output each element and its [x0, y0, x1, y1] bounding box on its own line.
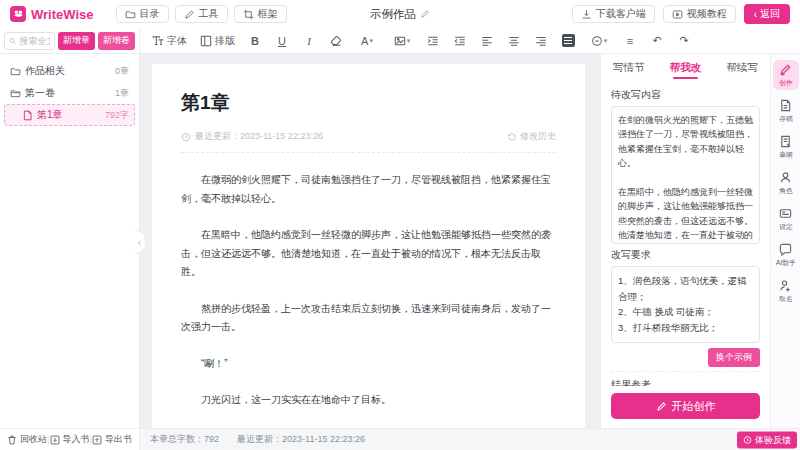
align-center-icon — [508, 35, 520, 47]
chat-bubble-icon — [779, 243, 792, 256]
sidebar-item-chapter1[interactable]: 第1章 792字 — [4, 104, 135, 126]
bottom-bar: 回收站 导入书 导出书 本章总字数：792 最近更新：2023-11-15 22… — [0, 428, 800, 450]
last-updated: 最近更新：2023-11-15 22:23:26 — [237, 433, 365, 446]
start-button-wrap: 开始创作 — [601, 386, 770, 428]
folder-icon — [10, 66, 21, 77]
requirement-line: 3、打斗桥段华丽无比； — [618, 320, 753, 336]
total-word-count: 本章总字数：792 — [150, 433, 219, 446]
person-tag-icon — [779, 279, 792, 292]
line-spacing-button[interactable]: ≡ — [623, 33, 637, 49]
add-volume-button[interactable]: 新增卷 — [98, 32, 135, 50]
sidebar-toolbar: 新增章 新增卷 — [0, 28, 140, 53]
editor-page[interactable]: 第1章 最近更新：2023-11-15 22:23:26 修改历史 在微弱的剑火… — [152, 64, 585, 428]
dock-item-create[interactable]: 创作 — [773, 60, 799, 90]
recycle-bin-button[interactable]: 回收站 — [7, 433, 47, 446]
bold-button[interactable]: B — [248, 33, 262, 49]
export-book-button[interactable]: 导出书 — [92, 433, 132, 446]
dock-item-characters[interactable]: 角色 — [773, 168, 799, 198]
indent-increase-button[interactable] — [426, 33, 440, 49]
paragraph[interactable]: 刀光闪过，这一刀实实在在地命中了目标。 — [181, 391, 556, 410]
header-actions: 下载客户端 视频教程 ‹ 返回 — [572, 4, 790, 24]
search-box[interactable] — [4, 32, 55, 50]
video-tutorial-button[interactable]: 视频教程 — [663, 5, 736, 23]
feedback-button[interactable]: 体验反馈 — [737, 431, 797, 448]
start-writing-button[interactable]: 开始创作 — [611, 393, 760, 419]
change-example-button[interactable]: 换个示例 — [708, 348, 760, 367]
insert-image-button[interactable]: ▾ — [391, 33, 413, 49]
redo-button[interactable]: ↷ — [677, 33, 691, 49]
dock-item-drafts[interactable]: 存稿 — [773, 96, 799, 126]
sidebar-item-volume1[interactable]: 第一卷 1章 — [4, 82, 135, 104]
rewrite-requirements-input[interactable]: 1、润色段落，语句优美，逻辑合理； 2、午德 换成 司徒南； 3、打斗桥段华丽无… — [611, 266, 760, 343]
undo-button[interactable]: ↶ — [650, 33, 664, 49]
rewrite-content-input[interactable]: 在剑的微弱火光的照耀下，五德勉强挡住了一刀，尽管视线被阻挡，他紧紧握住宝剑，毫不… — [611, 106, 760, 244]
back-chevron-icon: ‹ — [754, 9, 757, 20]
underline-button[interactable]: U — [275, 33, 289, 49]
pen-icon — [184, 9, 195, 20]
editor-area: 第1章 最近更新：2023-11-15 22:23:26 修改历史 在微弱的剑火… — [140, 54, 600, 428]
editor-toolbar: 新增章 新增卷 字体 排版 B U I A▾ ▾ — [0, 28, 800, 54]
align-center-button[interactable] — [507, 33, 521, 49]
feature-dock: 创作 存稿 章纲 角色 设定 AI助手 — [770, 54, 800, 428]
symbol-dropdown-button[interactable]: ▾ — [588, 33, 610, 49]
clear-format-button[interactable] — [329, 33, 343, 49]
pen-icon — [656, 401, 667, 412]
chapter-sidebar: 作品相关 0章 第一卷 1章 第1章 792字 — [0, 54, 140, 428]
writewise-app: WriteWise 目录 工具 框架 示例作品 下载客户端 视频教程 — [0, 0, 800, 450]
font-menu[interactable]: 字体 — [152, 34, 187, 48]
image-icon — [394, 35, 406, 47]
paragraph[interactable]: 司徒南的背后被刀光划过，一道气浪炸，背上留下了一道鲜血淋漓的伤口。 — [181, 428, 556, 429]
tools-button[interactable]: 工具 — [175, 5, 228, 23]
indent-decrease-button[interactable] — [453, 33, 467, 49]
collapse-chevron-icon: ‹ — [138, 237, 141, 248]
italic-button[interactable]: I — [302, 33, 316, 49]
dock-item-naming[interactable]: 取名 — [773, 276, 799, 306]
caret-down-icon: ▾ — [407, 37, 411, 45]
paragraph[interactable]: “唰！” — [181, 355, 556, 374]
revision-history-button[interactable]: 修改历史 — [507, 130, 556, 143]
edit-title-icon[interactable] — [420, 9, 430, 19]
add-chapter-button[interactable]: 新增章 — [58, 32, 95, 50]
rewrite-panel: 待改写内容 在剑的微弱火光的照耀下，五德勉强挡住了一刀，尽管视线被阻挡，他紧紧握… — [601, 82, 770, 386]
assistant-tabs: 写情节 帮我改 帮续写 — [601, 54, 770, 82]
dock-item-outline[interactable]: 章纲 — [773, 132, 799, 162]
updated-time: 最近更新：2023-11-15 22:23:26 — [195, 130, 323, 143]
back-button[interactable]: ‹ 返回 — [744, 4, 790, 24]
tab-help-continue[interactable]: 帮续写 — [727, 54, 759, 82]
align-justify-button[interactable] — [561, 33, 575, 49]
tab-help-rewrite[interactable]: 帮我改 — [670, 54, 702, 82]
chapter-count: 1章 — [115, 87, 129, 100]
align-right-button[interactable] — [534, 33, 548, 49]
search-input[interactable] — [19, 36, 50, 46]
logo-text: WriteWise — [31, 7, 94, 22]
rewrite-content-label: 待改写内容 — [611, 88, 760, 102]
folder-open-icon — [10, 88, 21, 99]
dock-item-settings[interactable]: 设定 — [773, 204, 799, 234]
layout-menu[interactable]: 排版 — [200, 34, 235, 48]
requirement-line: 1、润色段落，语句优美，逻辑合理； — [618, 273, 753, 304]
catalog-button[interactable]: 目录 — [116, 5, 169, 23]
download-icon — [581, 9, 592, 20]
paragraph[interactable]: 在黑暗中，他隐约感觉到一丝轻微的脚步声，这让他勉强能够抵挡一些突然的袭击，但这还… — [181, 226, 556, 282]
dock-item-ai-helper[interactable]: AI助手 — [773, 240, 799, 270]
setting-card-icon — [779, 207, 792, 220]
example-row: 换个示例 — [611, 343, 760, 371]
eraser-icon — [330, 35, 342, 47]
feedback-icon — [743, 435, 752, 444]
font-color-button[interactable]: A▾ — [356, 33, 378, 49]
download-client-button[interactable]: 下载客户端 — [572, 5, 655, 23]
writewise-logo-icon — [10, 6, 26, 22]
framework-button[interactable]: 框架 — [234, 5, 287, 23]
format-toolbar: 字体 排版 B U I A▾ ▾ — [140, 28, 800, 53]
chapter-meta: 最近更新：2023-11-15 22:23:26 修改历史 — [181, 130, 556, 153]
ai-assistant-panel: 写情节 帮我改 帮续写 待改写内容 在剑的微弱火光的照耀下，五德勉强挡住了一刀，… — [600, 54, 770, 428]
paragraph[interactable]: 在微弱的剑火照耀下，司徒南勉强挡住了一刀，尽管视线被阻挡，他紧紧握住宝剑，毫不敢… — [181, 171, 556, 208]
align-left-button[interactable] — [480, 33, 494, 49]
tab-write-plot[interactable]: 写情节 — [613, 54, 645, 82]
document-icon — [22, 110, 33, 121]
trash-icon — [7, 435, 17, 445]
import-book-button[interactable]: 导入书 — [50, 433, 90, 446]
paragraph[interactable]: 熬拼的步伐轻盈，上一次攻击结束后立刻切换，迅速来到司徒南身后，发动了一次强力一击… — [181, 300, 556, 337]
sidebar-item-related[interactable]: 作品相关 0章 — [4, 60, 135, 82]
folder-icon — [125, 9, 136, 20]
